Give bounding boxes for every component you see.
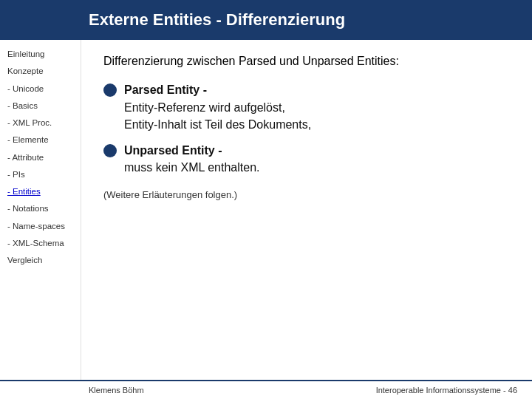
bullet-item-parsed: Parsed Entity - Entity-Referenz wird auf… [103, 81, 510, 133]
sidebar-item-0[interactable]: Einleitung [6, 47, 75, 61]
slide-footer: Klemens Böhm Interoperable Informationss… [0, 380, 532, 399]
sidebar-item-5[interactable]: - Elemente [6, 133, 75, 147]
main-content: Differenzierung zwischen Parsed und Unpa… [81, 40, 532, 380]
parsed-title: Parsed Entity - [124, 83, 207, 96]
bullet-item-unparsed: Unparsed Entity - muss kein XML enthalte… [103, 142, 510, 176]
sidebar-item-7[interactable]: - PIs [6, 168, 75, 182]
sidebar-item-2[interactable]: - Unicode [6, 82, 75, 96]
slide-body: EinleitungKonzepte- Unicode- Basics- XML… [0, 40, 532, 380]
bullet-dot-unparsed [103, 144, 117, 157]
parsed-body: Entity-Referenz wird aufgelöst,Entity-In… [124, 101, 311, 131]
slide-container: Externe Entities - Differenzierung Einle… [0, 0, 532, 399]
bullet-list: Parsed Entity - Entity-Referenz wird auf… [103, 81, 510, 185]
sidebar-item-3[interactable]: - Basics [6, 99, 75, 113]
sidebar-item-9[interactable]: - Notations [6, 202, 75, 216]
sidebar-item-4[interactable]: - XML Proc. [6, 116, 75, 130]
slide-title: Externe Entities - Differenzierung [89, 10, 345, 29]
bullet-text-unparsed: Unparsed Entity - muss kein XML enthalte… [124, 142, 260, 176]
unparsed-body: muss kein XML enthalten. [124, 161, 260, 174]
slide-header: Externe Entities - Differenzierung [0, 0, 532, 40]
bullet-text-parsed: Parsed Entity - Entity-Referenz wird auf… [124, 81, 311, 133]
sidebar-item-11[interactable]: - XML-Schema [6, 236, 75, 250]
footer-author: Klemens Böhm [89, 386, 144, 395]
sidebar-item-6[interactable]: - Attribute [6, 151, 75, 165]
note-text: (Weitere Erläuterungen folgen.) [103, 189, 510, 200]
sidebar: EinleitungKonzepte- Unicode- Basics- XML… [0, 40, 81, 380]
bullet-dot-parsed [103, 83, 117, 97]
intro-text: Differenzierung zwischen Parsed und Unpa… [103, 53, 510, 69]
unparsed-title: Unparsed Entity - [124, 144, 222, 157]
sidebar-item-8[interactable]: - Entities [6, 185, 75, 199]
sidebar-item-1[interactable]: Konzepte [6, 64, 75, 78]
sidebar-item-12[interactable]: Vergleich [6, 253, 75, 267]
sidebar-item-10[interactable]: - Name-spaces [6, 219, 75, 233]
footer-page: Interoperable Informationssysteme - 46 [376, 386, 517, 395]
